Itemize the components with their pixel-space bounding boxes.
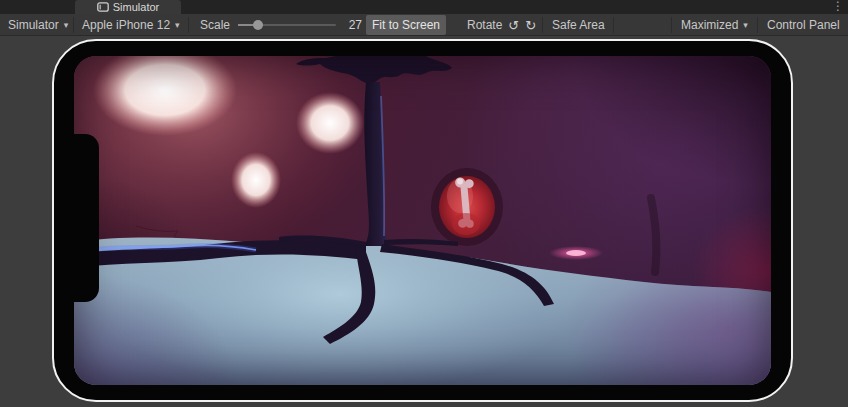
simulator-menu-dropdown[interactable]: Simulator ▾ (2, 15, 74, 35)
separator (73, 17, 74, 33)
device-select-dropdown[interactable]: Apple iPhone 12 ▾ (76, 15, 186, 35)
rotate-label: Rotate (467, 18, 502, 32)
separator (542, 17, 543, 33)
scale-label: Scale (194, 15, 236, 35)
bone-fade (452, 213, 480, 235)
simulator-viewport (0, 36, 848, 407)
iphone-12-frame (52, 39, 793, 402)
separator (613, 17, 614, 33)
light-blob-small (231, 152, 281, 208)
slider-thumb[interactable] (253, 20, 263, 30)
fit-to-screen-button[interactable]: Fit to Screen (366, 15, 446, 35)
simulator-toolbar: Simulator ▾ Apple iPhone 12 ▾ Scale 27 F… (0, 14, 848, 36)
device-select-label: Apple iPhone 12 (82, 18, 170, 32)
separator (757, 17, 758, 33)
tab-label: Simulator (113, 1, 159, 13)
rotate-controls: Rotate ↺ ↻ (461, 15, 542, 35)
kebab-menu-icon[interactable]: ⋮ (832, 0, 844, 13)
window-mode-label: Maximized (681, 18, 738, 32)
safe-area-button[interactable]: Safe Area (546, 15, 611, 35)
scale-value: 27 (338, 15, 362, 35)
chevron-down-icon: ▾ (175, 20, 180, 30)
window-mode-dropdown[interactable]: Maximized ▾ (675, 15, 754, 35)
pink-glow-core (566, 250, 586, 256)
scale-slider[interactable] (238, 15, 336, 35)
rotate-cw-icon[interactable]: ↻ (525, 18, 536, 33)
chevron-down-icon: ▾ (743, 20, 748, 30)
device-icon (97, 2, 109, 12)
control-panel-button[interactable]: Control Panel (761, 15, 846, 35)
tab-simulator[interactable]: Simulator (75, 0, 181, 14)
device-notch (74, 134, 99, 302)
light-blob-mid (296, 92, 364, 154)
chevron-down-icon: ▾ (64, 20, 69, 30)
game-scene (74, 56, 771, 385)
device-screen[interactable] (74, 56, 771, 385)
separator (671, 17, 672, 33)
rotate-ccw-icon[interactable]: ↺ (508, 18, 519, 33)
tab-bar: Simulator ⋮ (0, 0, 848, 14)
simulator-menu-label: Simulator (8, 18, 59, 32)
separator (188, 17, 189, 33)
